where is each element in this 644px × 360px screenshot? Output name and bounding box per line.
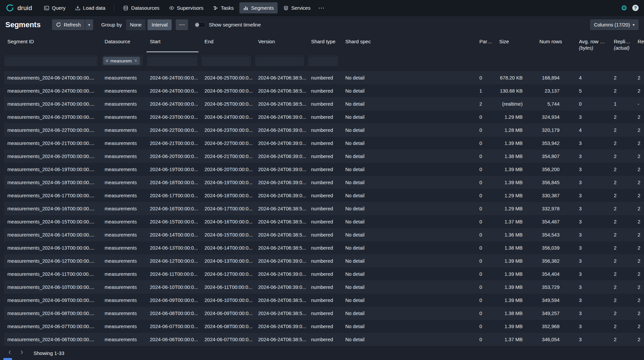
cell-replicas[interactable]: 2 [610, 176, 636, 189]
table-row[interactable]: measurements_2024-06-16T00:00:00....meas… [4, 202, 644, 215]
cell-shard-spec[interactable]: No detail [342, 137, 476, 150]
cell-avg-row-size[interactable]: 0 [576, 97, 610, 110]
cell-num-rows[interactable]: 354,543 [536, 228, 576, 241]
cell-replication-factor[interactable]: 2 [636, 320, 644, 333]
cell-replicas[interactable]: 2 [610, 333, 636, 346]
cell-shard-type[interactable]: numbered [308, 110, 342, 123]
cell-version[interactable]: 2024-06-24T06:39:0... [255, 189, 308, 202]
cell-version[interactable]: 2024-06-24T06:38:5... [255, 294, 308, 307]
cell-end[interactable]: 2024-06-16T00:00:0... [201, 215, 255, 228]
cell-start[interactable]: 2024-06-08T00:00:0... [147, 307, 201, 320]
cell-size[interactable]: 1.39 MB [496, 163, 536, 176]
cell-start[interactable]: 2024-06-11T00:00:0... [147, 267, 201, 280]
cell-end[interactable]: 2024-06-15T00:00:0... [201, 228, 255, 241]
cell-datasource[interactable]: measurements [101, 150, 147, 163]
cell-datasource[interactable]: measurements [101, 84, 147, 97]
nav-item-tasks[interactable]: Tasks [209, 2, 237, 13]
cell-partition[interactable]: 1 [476, 84, 496, 97]
cell-segment-id[interactable]: measurements_2024-06-13T00:00:00.... [4, 241, 101, 254]
refresh-menu-button[interactable]: ▾ [85, 19, 93, 30]
cell-num-rows[interactable]: 354,404 [536, 267, 576, 280]
nav-item-query[interactable]: Query [40, 2, 69, 13]
cell-replication-factor[interactable]: 2 [636, 84, 644, 97]
table-row[interactable]: measurements_2024-06-12T00:00:00....meas… [4, 254, 644, 267]
cell-replicas[interactable]: 1 [610, 97, 636, 110]
nav-more-button[interactable]: ⋯ [314, 4, 329, 12]
cell-segment-id[interactable]: measurements_2024-06-24T00:00:00.... [4, 71, 101, 84]
cell-segment-id[interactable]: measurements_2024-06-24T00:00:00.... [4, 84, 101, 97]
cell-end[interactable]: 2024-06-25T00:00:0... [201, 97, 255, 110]
next-page-button[interactable] [17, 348, 27, 358]
cell-shard-type[interactable]: numbered [308, 150, 342, 163]
cell-segment-id[interactable]: measurements_2024-06-06T00:00:00.... [4, 333, 101, 346]
cell-segment-id[interactable]: measurements_2024-06-23T00:00:00.... [4, 110, 101, 123]
cell-replication-factor[interactable]: 2 [636, 215, 644, 228]
cell-start[interactable]: 2024-06-23T00:00:0... [147, 110, 201, 123]
columns-button[interactable]: Columns (17/20) ▾ [590, 19, 639, 30]
cell-datasource[interactable]: measurements [101, 294, 147, 307]
group-by-none[interactable]: None [126, 19, 146, 30]
cell-replication-factor[interactable]: 2 [636, 189, 644, 202]
cell-shard-type[interactable]: numbered [308, 71, 342, 84]
cell-datasource[interactable]: measurements [101, 189, 147, 202]
cell-segment-id[interactable]: measurements_2024-06-19T00:00:00.... [4, 163, 101, 176]
cell-version[interactable]: 2024-06-24T06:39:0... [255, 280, 308, 294]
column-header-replicas[interactable]: Replicas(actual) [610, 36, 636, 52]
cell-size[interactable]: 1.39 MB [496, 294, 536, 307]
cell-num-rows[interactable]: 356,845 [536, 176, 576, 189]
cell-start[interactable]: 2024-06-14T00:00:0... [147, 228, 201, 241]
nav-item-services[interactable]: Services [280, 2, 314, 13]
cell-datasource[interactable]: measurements [101, 71, 147, 84]
cell-version[interactable]: 2024-06-24T06:39:0... [255, 254, 308, 267]
cell-size[interactable]: 1.29 MB [496, 189, 536, 202]
cell-replication-factor[interactable]: 2 [636, 150, 644, 163]
filter-input-version[interactable] [255, 56, 304, 66]
cell-partition[interactable]: 0 [476, 241, 496, 254]
cell-partition[interactable]: 0 [476, 294, 496, 307]
cell-segment-id[interactable]: measurements_2024-06-15T00:00:00.... [4, 215, 101, 228]
cell-datasource[interactable]: measurements [101, 307, 147, 320]
cell-end[interactable]: 2024-06-12T00:00:0... [201, 267, 255, 280]
cell-num-rows[interactable]: 352,968 [536, 320, 576, 333]
column-header-version[interactable]: Version [255, 36, 308, 52]
cell-avg-row-size[interactable]: 3 [576, 110, 610, 123]
cell-size[interactable]: 1.39 MB [496, 137, 536, 150]
cell-datasource[interactable]: measurements [101, 176, 147, 189]
cell-start[interactable]: 2024-06-06T00:00:0... [147, 333, 201, 346]
cell-shard-spec[interactable]: No detail [342, 280, 476, 294]
cell-datasource[interactable]: measurements [101, 215, 147, 228]
cell-end[interactable]: 2024-06-08T00:00:0... [201, 320, 255, 333]
table-row[interactable]: measurements_2024-06-06T00:00:00....meas… [4, 333, 644, 346]
settings-gear-icon[interactable]: ⚙ [621, 4, 627, 11]
cell-shard-spec[interactable]: No detail [342, 123, 476, 137]
cell-datasource[interactable]: measurements [101, 110, 147, 123]
cell-end[interactable]: 2024-06-11T00:00:0... [201, 280, 255, 294]
cell-avg-row-size[interactable]: 3 [576, 333, 610, 346]
cell-segment-id[interactable]: measurements_2024-06-11T00:00:00.... [4, 267, 101, 280]
cell-end[interactable]: 2024-06-25T00:00:0... [201, 84, 255, 97]
table-row[interactable]: measurements_2024-06-09T00:00:00....meas… [4, 294, 644, 307]
cell-end[interactable]: 2024-06-23T00:00:0... [201, 123, 255, 137]
cell-avg-row-size[interactable]: 3 [576, 280, 610, 294]
column-header-shard-type[interactable]: Shard type [308, 36, 342, 52]
cell-shard-spec[interactable]: No detail [342, 202, 476, 215]
cell-version[interactable]: 2024-06-24T06:39:0... [255, 176, 308, 189]
cell-version[interactable]: 2024-06-24T06:38:5... [255, 97, 308, 110]
cell-replicas[interactable]: 2 [610, 320, 636, 333]
prev-page-button[interactable] [5, 348, 15, 358]
cell-start[interactable]: 2024-06-18T00:00:0... [147, 176, 201, 189]
cell-end[interactable]: 2024-06-09T00:00:0... [201, 307, 255, 320]
cell-version[interactable]: 2024-06-24T06:38:5... [255, 202, 308, 215]
cell-start[interactable]: 2024-06-09T00:00:0... [147, 294, 201, 307]
cell-size[interactable]: 1.38 MB [496, 241, 536, 254]
cell-shard-type[interactable]: numbered [308, 84, 342, 97]
table-row[interactable]: measurements_2024-06-22T00:00:00....meas… [4, 123, 644, 137]
cell-shard-spec[interactable]: No detail [342, 215, 476, 228]
column-header-avg-row-size[interactable]: Avg. row size(bytes) [576, 36, 610, 52]
cell-size[interactable]: 1.39 MB [496, 280, 536, 294]
cell-replication-factor[interactable]: 2 [636, 241, 644, 254]
cell-shard-type[interactable]: numbered [308, 123, 342, 137]
cell-avg-row-size[interactable]: 3 [576, 320, 610, 333]
cell-segment-id[interactable]: measurements_2024-06-07T00:00:00.... [4, 320, 101, 333]
cell-datasource[interactable]: measurements [101, 267, 147, 280]
